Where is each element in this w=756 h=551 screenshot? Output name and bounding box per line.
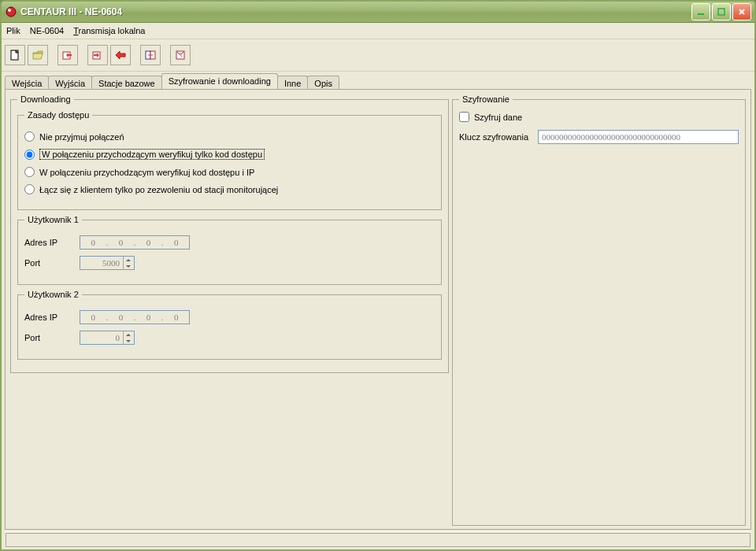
svg-rect-2 xyxy=(698,13,704,15)
app-icon xyxy=(5,6,17,18)
input-user2-port[interactable]: 0 xyxy=(80,331,135,345)
svg-point-0 xyxy=(6,7,16,17)
status-cell xyxy=(6,533,750,547)
close-button[interactable] xyxy=(732,3,751,20)
group-user1: Użytkownik 1 Adres IP 0. 0. 0. 0 Port xyxy=(17,215,442,285)
legend-user1: Użytkownik 1 xyxy=(24,215,82,224)
tab-wejscia[interactable]: Wejścia xyxy=(5,76,49,90)
input-key[interactable]: 00000000000000000000000000000000 xyxy=(538,130,739,144)
radio-opt3[interactable] xyxy=(24,167,35,177)
menu-ne[interactable]: NE-0604 xyxy=(30,26,64,35)
tab-inne[interactable]: Inne xyxy=(277,76,308,90)
spinner-user1[interactable] xyxy=(123,257,132,269)
window-title: CENTAUR III - NE-0604 xyxy=(20,6,691,17)
menu-transmisja[interactable]: Transmisja lokalna xyxy=(73,26,145,35)
group-zasady: Zasady dostępu Nie przyjmuj połączeń W p… xyxy=(17,110,442,210)
svg-point-1 xyxy=(8,9,11,12)
minimize-button[interactable] xyxy=(691,3,710,20)
tab-opis[interactable]: Opis xyxy=(307,76,339,90)
legend-encryption: Szyfrowanie xyxy=(459,94,513,104)
chevron-down-icon[interactable] xyxy=(123,338,132,344)
row-key: Klucz szyfrowania 0000000000000000000000… xyxy=(459,130,739,144)
radio-opt1[interactable] xyxy=(24,131,35,142)
restore-icon[interactable] xyxy=(170,45,191,65)
chevron-down-icon[interactable] xyxy=(123,263,132,269)
svg-marker-14 xyxy=(126,334,131,336)
tab-stacje[interactable]: Stacje bazowe xyxy=(91,76,162,90)
tab-szyfrowanie[interactable]: Szyfrowanie i downloading xyxy=(161,73,278,89)
radio-row-4: Łącz się z klientem tylko po zezwoleniu … xyxy=(24,184,435,194)
label-user2-ip: Adres IP xyxy=(24,312,80,322)
input-user2-ip[interactable]: 0. 0. 0. 0 xyxy=(80,310,190,324)
group-encryption: Szyfrowanie Szyfruj dane Klucz szyfrowan… xyxy=(452,94,746,526)
radio-label-3: W połączeniu przychodzącym weryfikuj kod… xyxy=(39,168,254,177)
checkbox-encrypt[interactable] xyxy=(459,112,469,122)
group-user2: Użytkownik 2 Adres IP 0. 0. 0. 0 Port xyxy=(17,290,442,360)
open-icon[interactable] xyxy=(28,45,48,65)
input-user1-ip[interactable]: 0. 0. 0. 0 xyxy=(80,235,190,250)
tabstrip: Wejścia Wyjścia Stacje bazowe Szyfrowani… xyxy=(2,72,754,89)
maximize-button[interactable] xyxy=(712,3,731,20)
statusbar xyxy=(5,531,751,548)
label-user1-ip: Adres IP xyxy=(24,238,80,247)
label-key: Klucz szyfrowania xyxy=(459,132,528,142)
svg-marker-12 xyxy=(126,259,131,261)
label-encrypt: Szyfruj dane xyxy=(474,113,522,122)
spinner-user2[interactable] xyxy=(123,331,132,344)
chevron-up-icon[interactable] xyxy=(123,331,132,338)
tab-content: Downloading Zasady dostępu Nie przyjmuj … xyxy=(5,89,751,530)
radio-opt2[interactable] xyxy=(24,150,35,160)
legend-downloading: Downloading xyxy=(17,94,74,104)
toolbar xyxy=(2,39,754,72)
compare-icon[interactable] xyxy=(140,45,161,65)
radio-row-2: W połączeniu przychodzącym weryfikuj tyl… xyxy=(24,149,435,160)
menubar: Plik NE-0604 Transmisja lokalna xyxy=(2,23,754,39)
new-icon[interactable] xyxy=(5,45,25,65)
input-user1-port[interactable]: 5000 xyxy=(80,256,135,270)
window-buttons xyxy=(691,3,751,20)
radio-opt4[interactable] xyxy=(24,184,35,194)
titlebar[interactable]: CENTAUR III - NE-0604 xyxy=(2,2,754,23)
row-encrypt: Szyfruj dane xyxy=(459,112,739,122)
radio-row-3: W połączeniu przychodzącym weryfikuj kod… xyxy=(24,167,435,177)
radio-label-1: Nie przyjmuj połączeń xyxy=(39,132,124,142)
legend-user2: Użytkownik 2 xyxy=(24,290,82,299)
row-user2-port: Port 0 xyxy=(24,331,435,345)
row-user1-ip: Adres IP 0. 0. 0. 0 xyxy=(24,235,435,250)
label-user2-port: Port xyxy=(24,333,80,342)
radio-label-4: Łącz się z klientem tylko po zezwoleniu … xyxy=(39,185,278,194)
send2-icon[interactable] xyxy=(110,45,131,65)
row-user2-ip: Adres IP 0. 0. 0. 0 xyxy=(24,310,435,324)
menu-plik[interactable]: Plik xyxy=(6,26,20,35)
svg-rect-3 xyxy=(718,9,724,15)
svg-marker-15 xyxy=(126,340,131,342)
app-window: CENTAUR III - NE-0604 Plik NE-0604 Trans… xyxy=(0,0,756,551)
row-user1-port: Port 5000 xyxy=(24,256,435,270)
svg-marker-13 xyxy=(126,265,131,268)
label-user1-port: Port xyxy=(24,258,80,268)
tab-wyjscia[interactable]: Wyjścia xyxy=(48,76,92,90)
chevron-up-icon[interactable] xyxy=(123,257,132,263)
send-icon[interactable] xyxy=(87,45,108,65)
read-icon[interactable] xyxy=(57,45,78,65)
radio-row-1: Nie przyjmuj połączeń xyxy=(24,131,435,142)
legend-zasady: Zasady dostępu xyxy=(24,110,92,120)
group-downloading: Downloading Zasady dostępu Nie przyjmuj … xyxy=(10,94,449,373)
radio-label-2: W połączeniu przychodzącym weryfikuj tyl… xyxy=(39,149,265,160)
